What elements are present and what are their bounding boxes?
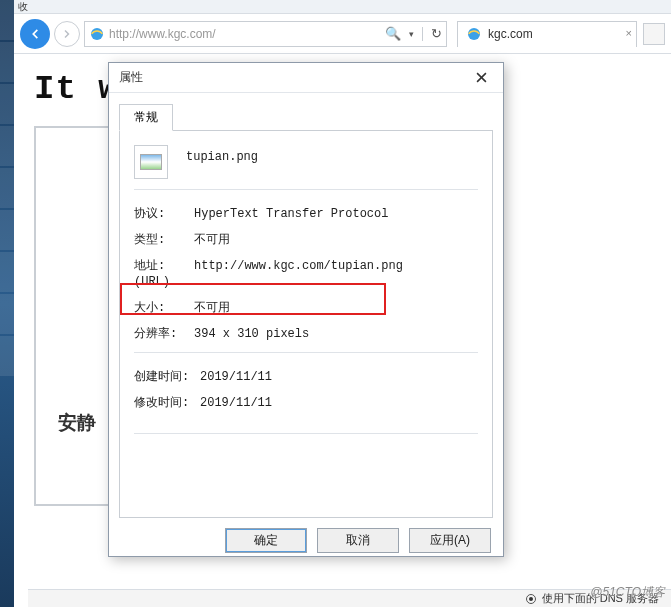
label-url-line2: (URL) [134,275,170,289]
tab-strip: kgc.com × [457,21,665,47]
divider [134,189,478,190]
ie-logo-icon [466,26,482,42]
label-type: 类型: [134,232,194,248]
refresh-icon[interactable]: ↻ [431,26,442,41]
row-modified: 修改时间: 2019/11/11 [134,395,478,411]
cancel-button[interactable]: 取消 [317,528,399,553]
label-protocol: 协议: [134,206,194,222]
apply-button[interactable]: 应用(A) [409,528,491,553]
favorites-label: 收 [18,1,28,12]
close-icon [476,72,487,83]
value-type: 不可用 [194,232,478,248]
row-size: 大小: 不可用 [134,300,478,316]
status-bar: 使用下面的 DNS 服务器 [28,589,671,607]
value-modified: 2019/11/11 [200,395,478,411]
label-url: 地址: (URL) [134,258,194,290]
svg-point-0 [91,28,103,40]
divider [422,27,423,41]
row-resolution: 分辨率: 394 x 310 pixels [134,326,478,342]
tab-title: kgc.com [488,27,533,41]
row-url: 地址: (URL) http://www.kgc.com/tupian.png [134,258,478,290]
forward-button[interactable] [54,21,80,47]
close-button[interactable] [470,67,493,88]
file-name-text: tupian.png [186,150,258,164]
back-button[interactable] [20,19,50,49]
label-modified: 修改时间: [134,395,200,411]
ok-button[interactable]: 确定 [225,528,307,553]
value-protocol: HyperText Transfer Protocol [194,206,478,222]
label-created: 创建时间: [134,369,200,385]
address-buttons: 🔍 ▾ ↻ [385,26,442,41]
tab-close-button[interactable]: × [626,27,632,39]
browser-tab[interactable]: kgc.com × [457,21,637,47]
row-type: 类型: 不可用 [134,232,478,248]
radio-selected-icon [526,594,536,604]
dropdown-icon[interactable]: ▾ [409,29,414,39]
properties-dialog: 属性 常规 tupian.png 协议: HyperText Transfer … [108,62,504,557]
tab-general[interactable]: 常规 [119,104,173,131]
divider [134,433,478,434]
image-file-icon [134,145,168,179]
label-url-line1: 地址: [134,259,165,273]
dialog-button-row: 确定 取消 应用(A) [109,518,503,553]
row-protocol: 协议: HyperText Transfer Protocol [134,206,478,222]
value-created: 2019/11/11 [200,369,478,385]
value-url[interactable]: http://www.kgc.com/tupian.png [194,258,478,274]
search-icon[interactable]: 🔍 [385,26,401,41]
new-tab-button[interactable] [643,23,665,45]
dialog-title-text: 属性 [119,69,143,86]
row-created: 创建时间: 2019/11/11 [134,369,478,385]
label-size: 大小: [134,300,194,316]
desktop-taskbar-left [0,0,14,607]
dialog-panel: tupian.png 协议: HyperText Transfer Protoc… [119,130,493,518]
favorites-bar[interactable]: 收 [14,0,671,14]
ie-logo-icon [89,26,105,42]
divider [134,352,478,353]
arrow-right-icon [61,28,73,40]
arrow-left-icon [28,27,42,41]
value-resolution: 394 x 310 pixels [194,326,478,342]
file-header-row: tupian.png [134,145,478,179]
dialog-titlebar[interactable]: 属性 [109,63,503,93]
address-bar[interactable]: http://www.kgc.com/ 🔍 ▾ ↻ [84,21,447,47]
dialog-tabstrip: 常规 [109,93,503,130]
url-text: http://www.kgc.com/ [109,27,381,41]
svg-point-1 [468,28,480,40]
value-size: 不可用 [194,300,478,316]
label-resolution: 分辨率: [134,326,194,342]
watermark-text: @51CTO博客 [590,584,665,601]
navigation-bar: http://www.kgc.com/ 🔍 ▾ ↻ kgc.com × [14,14,671,54]
